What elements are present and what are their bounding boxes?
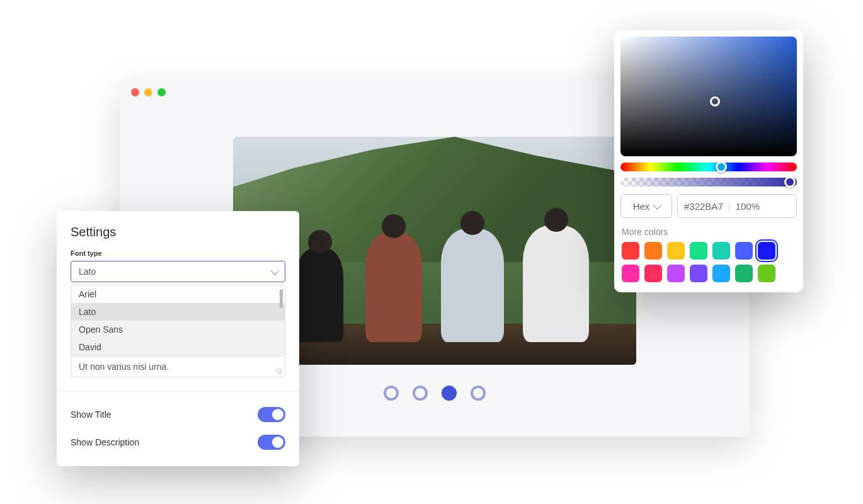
font-type-label: Font type — [71, 249, 285, 257]
swatch-purple[interactable] — [667, 265, 685, 282]
hero-person-4 — [523, 226, 589, 342]
show-title-label: Show Title — [71, 410, 111, 420]
input-separator: | — [728, 201, 731, 212]
window-maximize-button[interactable] — [157, 88, 166, 96]
swatch-orange[interactable] — [644, 242, 662, 260]
more-colors-label: More colors — [622, 227, 796, 237]
chevron-down-icon — [653, 201, 662, 210]
swatch-sky[interactable] — [712, 265, 730, 282]
swatch-red[interactable] — [622, 242, 639, 260]
window-close-button[interactable] — [131, 88, 139, 96]
color-picker-panel: Hex #322BA7 | 100% More colors — [614, 30, 803, 292]
color-gradient-cursor[interactable] — [710, 96, 720, 106]
show-description-toggle[interactable] — [258, 435, 285, 450]
color-swatches — [620, 242, 797, 286]
description-value: Ut non varius nisi urna. — [79, 362, 169, 372]
carousel-dot-4[interactable] — [471, 386, 486, 401]
show-description-row: Show Description — [71, 428, 285, 456]
opacity-slider-thumb[interactable] — [784, 176, 796, 188]
swatch-rose[interactable] — [644, 265, 662, 282]
hue-slider-thumb[interactable] — [716, 161, 727, 173]
font-option-david[interactable]: David — [71, 338, 285, 356]
color-hex-input[interactable]: #322BA7 | 100% — [677, 194, 797, 218]
carousel-dot-1[interactable] — [384, 386, 399, 401]
show-description-label: Show Description — [71, 437, 139, 447]
font-option-open-sans[interactable]: Open Sans — [71, 321, 285, 338]
font-option-lato[interactable]: Lato — [71, 303, 285, 321]
swatch-emerald[interactable] — [735, 265, 753, 282]
font-type-select[interactable]: Lato — [71, 261, 285, 282]
window-minimize-button[interactable] — [144, 88, 152, 96]
settings-divider — [57, 391, 299, 392]
font-type-selected-value: Lato — [79, 266, 96, 277]
color-opacity-value: 100% — [736, 201, 760, 212]
swatch-violet[interactable] — [690, 265, 707, 282]
color-inputs-row: Hex #322BA7 | 100% — [620, 194, 797, 218]
font-type-dropdown: Ariel Lato Open Sans David — [71, 285, 285, 357]
swatch-green[interactable] — [690, 242, 707, 260]
resize-handle-icon[interactable] — [276, 368, 282, 374]
carousel-dot-3[interactable] — [442, 386, 457, 401]
hero-person-1 — [296, 248, 343, 342]
color-hex-value: #322BA7 — [684, 201, 723, 212]
opacity-slider[interactable] — [620, 178, 797, 186]
show-title-toggle[interactable] — [258, 407, 285, 422]
font-option-ariel[interactable]: Ariel — [71, 285, 285, 303]
swatch-blue[interactable] — [758, 242, 775, 260]
swatch-indigo[interactable] — [735, 242, 753, 260]
hero-person-3 — [441, 229, 504, 342]
description-textarea[interactable]: Ut non varius nisi urna. — [71, 357, 285, 377]
color-format-select[interactable]: Hex — [620, 194, 672, 218]
carousel-pagination — [384, 386, 486, 401]
color-gradient-area[interactable] — [620, 37, 797, 156]
chevron-down-icon — [270, 266, 279, 275]
swatch-yellow[interactable] — [667, 242, 685, 260]
carousel-dot-2[interactable] — [413, 386, 428, 401]
dropdown-scrollbar[interactable] — [280, 289, 283, 308]
color-format-value: Hex — [633, 201, 650, 212]
swatch-pink[interactable] — [622, 265, 639, 282]
hero-person-2 — [365, 232, 422, 342]
swatch-teal[interactable] — [712, 242, 730, 260]
swatch-lime[interactable] — [758, 265, 775, 282]
hue-slider[interactable] — [620, 163, 797, 171]
settings-title: Settings — [71, 225, 285, 239]
show-title-row: Show Title — [71, 401, 285, 428]
settings-panel: Settings Font type Lato Ariel Lato Open … — [57, 211, 299, 466]
